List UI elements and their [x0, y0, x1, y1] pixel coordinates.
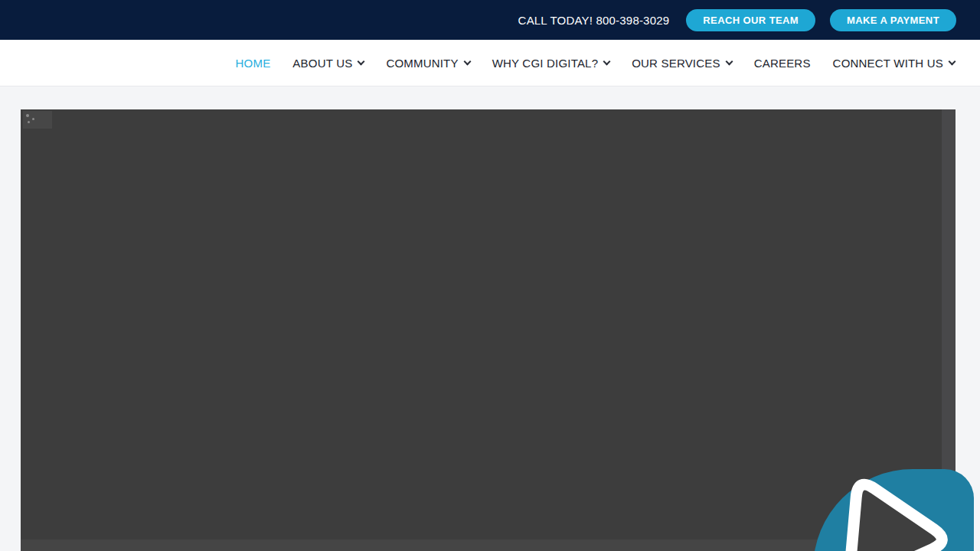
video-thumbnail-artifact: [23, 111, 52, 129]
video-placeholder: [21, 109, 956, 551]
nav-item-label: CONNECT WITH US: [833, 57, 943, 70]
make-a-payment-button[interactable]: MAKE A PAYMENT: [830, 9, 956, 31]
chevron-down-icon: [949, 57, 956, 65]
nav-item-about-us[interactable]: ABOUT US: [292, 57, 364, 70]
top-utility-bar: CALL TODAY! 800-398-3029 REACH OUR TEAM …: [0, 0, 980, 40]
phone-number-label: CALL TODAY! 800-398-3029: [518, 14, 670, 27]
nav-item-why-cgi-digital[interactable]: WHY CGI DIGITAL?: [492, 57, 610, 70]
chevron-down-icon: [603, 57, 611, 65]
nav-item-home[interactable]: HOME: [236, 57, 271, 70]
nav-item-connect-with-us[interactable]: CONNECT WITH US: [833, 57, 955, 70]
nav-item-label: CAREERS: [754, 57, 811, 70]
nav-item-careers[interactable]: CAREERS: [754, 57, 811, 70]
play-video-badge[interactable]: Play Our Video Website: [813, 469, 974, 551]
chevron-down-icon: [463, 57, 471, 65]
nav-item-community[interactable]: COMMUNITY: [386, 57, 469, 70]
nav-item-label: OUR SERVICES: [632, 57, 720, 70]
hero-section: Play Our Video Website: [0, 86, 980, 551]
chevron-down-icon: [358, 57, 365, 65]
nav-item-label: ABOUT US: [292, 57, 352, 70]
main-navigation: HOME ABOUT US COMMUNITY WHY CGI DIGITAL?…: [0, 40, 980, 86]
nav-item-our-services[interactable]: OUR SERVICES: [632, 57, 732, 70]
play-icon: [836, 469, 959, 551]
nav-item-label: COMMUNITY: [386, 57, 458, 70]
nav-item-label: HOME: [236, 57, 271, 70]
reach-our-team-button[interactable]: REACH OUR TEAM: [686, 9, 815, 31]
chevron-down-icon: [725, 57, 733, 65]
nav-item-label: WHY CGI DIGITAL?: [492, 57, 599, 70]
